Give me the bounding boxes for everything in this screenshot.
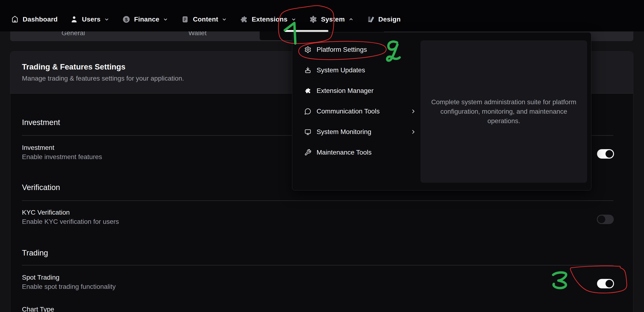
- dollar-circle-icon: $: [122, 15, 130, 24]
- menu-item-label: Maintenance Tools: [316, 149, 372, 156]
- system-menu-description: Complete system administration suite for…: [426, 97, 582, 126]
- nav-label: Finance: [134, 16, 159, 23]
- setting-desc-investment: Enable investment features: [22, 153, 102, 161]
- toggle-thumb: [606, 280, 613, 287]
- system-dropdown-menu: Platform Settings System Updates Extensi…: [292, 32, 591, 191]
- nav-label: Extensions: [252, 16, 287, 23]
- wrench-icon: [304, 149, 312, 156]
- chevron-down-icon: [162, 16, 168, 23]
- nav-item-system[interactable]: System: [309, 15, 354, 24]
- nav-item-finance[interactable]: $ Finance: [122, 15, 168, 24]
- toggle-thumb: [606, 150, 613, 158]
- svg-text:$: $: [125, 17, 128, 22]
- investment-toggle[interactable]: [597, 149, 614, 159]
- top-navbar: Dashboard Users $ Finance: [0, 0, 644, 32]
- menu-item-label: Extension Manager: [316, 87, 374, 95]
- document-icon: [181, 15, 189, 24]
- system-menu-description-panel: Complete system administration suite for…: [420, 40, 587, 183]
- menu-item-extension-manager[interactable]: Extension Manager: [298, 82, 421, 100]
- menu-item-system-updates[interactable]: System Updates: [298, 61, 421, 79]
- section-heading-verification: Verification: [22, 183, 60, 192]
- monitor-icon: [304, 128, 312, 135]
- divider: [22, 200, 613, 201]
- toggle-thumb: [598, 216, 605, 223]
- download-icon: [304, 67, 312, 74]
- user-icon: [70, 15, 78, 24]
- menu-item-label: System Updates: [316, 66, 365, 74]
- house-icon: [10, 15, 19, 24]
- divider: [22, 265, 613, 265]
- menu-item-system-monitoring[interactable]: System Monitoring: [298, 123, 421, 141]
- puzzle-icon: [240, 15, 248, 24]
- swatch-icon: [366, 15, 375, 24]
- system-active-underline: [284, 30, 328, 32]
- chevron-down-icon: [221, 16, 227, 23]
- spot-trading-toggle[interactable]: [597, 279, 614, 288]
- menu-item-label: Communication Tools: [316, 107, 380, 115]
- chevron-up-icon: [348, 16, 354, 23]
- chevron-down-icon: [104, 16, 110, 23]
- setting-label-investment: Investment: [22, 144, 54, 152]
- setting-label-spot-trading: Spot Trading: [22, 273, 60, 281]
- chevron-right-icon: [410, 129, 416, 135]
- setting-label-chart-type: Chart Type: [22, 305, 54, 312]
- menu-item-communication-tools[interactable]: Communication Tools: [298, 102, 421, 120]
- nav-label: Content: [193, 16, 218, 23]
- kyc-toggle[interactable]: [597, 215, 614, 224]
- menu-item-platform-settings[interactable]: Platform Settings: [298, 41, 421, 59]
- menu-item-label: System Monitoring: [316, 128, 371, 136]
- nav-item-content[interactable]: Content: [181, 15, 227, 24]
- setting-label-kyc: KYC Verification: [22, 209, 70, 217]
- nav-label: Dashboard: [23, 16, 58, 23]
- nav-item-extensions[interactable]: Extensions: [240, 15, 296, 24]
- nav-item-users[interactable]: Users: [70, 15, 110, 24]
- nav-label: System: [321, 16, 345, 23]
- section-heading-trading: Trading: [22, 248, 48, 258]
- chevron-right-icon: [410, 108, 416, 114]
- chat-bubble-icon: [304, 108, 312, 115]
- nav-item-dashboard[interactable]: Dashboard: [10, 15, 58, 24]
- setting-desc-spot-trading: Enable spot trading functionality: [22, 283, 116, 291]
- menu-item-maintenance-tools[interactable]: Maintenance Tools: [298, 143, 421, 162]
- gear-icon: [304, 46, 312, 53]
- setting-desc-kyc: Enable KYC verification for users: [22, 218, 119, 226]
- menu-item-label: Platform Settings: [316, 46, 367, 53]
- nav-label: Design: [378, 16, 401, 23]
- nav-item-design[interactable]: Design: [366, 15, 401, 24]
- screen: General Wallet Trading & Features Settin…: [0, 0, 644, 312]
- puzzle-icon: [304, 87, 312, 94]
- section-heading-investment: Investment: [22, 118, 60, 127]
- gear-icon: [309, 15, 318, 24]
- nav-label: Users: [82, 16, 100, 23]
- system-menu-items: Platform Settings System Updates Extensi…: [298, 41, 421, 162]
- chevron-down-icon: [290, 16, 297, 23]
